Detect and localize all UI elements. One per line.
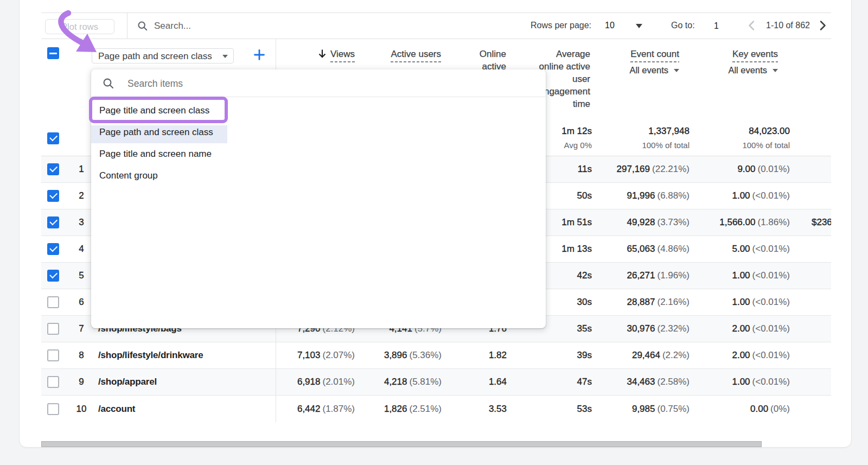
all-events-label: All events — [629, 65, 668, 75]
table-row: 10 /account 6,442(1.87%) 1,826(2.51%) 3.… — [41, 396, 831, 422]
row-checkbox[interactable] — [47, 403, 59, 415]
metric-value: 42s — [577, 270, 592, 281]
dropdown-item-label: Page title and screen name — [99, 149, 212, 159]
key-events-cell: 2.00(<0.01%) — [696, 350, 797, 361]
row-checkbox[interactable] — [47, 163, 59, 175]
metric-value: 47s — [577, 377, 592, 387]
column-header-event-count[interactable]: Event count All events — [599, 39, 696, 125]
event-count-cell: 34,463(2.58%) — [599, 377, 696, 387]
dropdown-item-label: Page path and screen class — [99, 127, 213, 137]
metric-value: 34,463 — [627, 377, 655, 387]
key-events-cell: 1.00(<0.01%) — [696, 297, 797, 308]
metric-value: 3,896 — [384, 350, 407, 360]
annotation-highlight-box — [89, 97, 228, 123]
metric-value: 1,566.00 — [719, 217, 755, 227]
metric-value: $236 — [812, 217, 831, 227]
metric-percent: (<0.01%) — [752, 323, 790, 334]
metric-value: 30s — [577, 297, 592, 307]
key-events-cell: 1.00(<0.01%) — [696, 270, 797, 281]
online-active-cell: 1.82 — [448, 350, 513, 361]
metric-value: 1.00 — [732, 297, 750, 307]
metric-percent: (5.81%) — [409, 377, 442, 387]
search-icon — [103, 78, 114, 92]
metric-percent: (<0.01%) — [752, 350, 790, 360]
rows-per-page-caret-icon[interactable] — [636, 24, 642, 28]
totals-event-count: 1,337,948 — [599, 125, 690, 137]
row-index: 9 — [71, 377, 92, 387]
row-checkbox[interactable] — [47, 216, 59, 228]
metric-percent: (2.32%) — [657, 323, 690, 334]
page-range-label: 1-10 of 862 — [766, 21, 810, 30]
row-index: 4 — [71, 244, 92, 254]
pagination-controls: Rows per page: 10 Go to: 1-10 of 862 — [41, 13, 831, 39]
key-events-cell: 2.00(<0.01%) — [696, 323, 797, 334]
key-events-filter[interactable]: All events — [696, 64, 778, 77]
go-to-input[interactable] — [714, 20, 736, 32]
dropdown-search-row — [91, 69, 546, 97]
metric-percent: (2.51%) — [409, 404, 442, 414]
add-dimension-button[interactable] — [251, 47, 267, 63]
totals-checkbox[interactable] — [47, 132, 59, 144]
metric-value: 9.00 — [737, 164, 755, 174]
event-count-cell: 9,985(0.75%) — [599, 404, 696, 415]
metric-value: 35s — [577, 323, 592, 334]
dimension-selector-label: Page path and screen class — [98, 51, 212, 62]
previous-page-icon[interactable] — [746, 20, 757, 33]
totals-key-events-sub: 100% of total — [696, 139, 790, 151]
metric-percent: (1.96%) — [657, 270, 690, 281]
dropdown-item[interactable]: Page path and screen class — [91, 122, 546, 143]
column-header-key-events[interactable]: Key events All events — [696, 39, 797, 125]
row-checkbox[interactable] — [47, 349, 59, 361]
metric-value: 2.00 — [732, 350, 750, 360]
active-users-column-label: Active users — [391, 48, 441, 62]
metric-value: 3.53 — [489, 404, 507, 414]
rows-per-page-value[interactable]: 10 — [605, 21, 615, 30]
row-checkbox[interactable] — [47, 296, 59, 308]
row-checkbox[interactable] — [47, 270, 59, 282]
metric-value: 1,826 — [384, 404, 407, 414]
sort-descending-icon — [318, 49, 327, 58]
dimension-selector-caret-icon — [222, 55, 228, 58]
metric-value: 26,271 — [627, 270, 655, 281]
event-count-cell: 30,976(2.32%) — [599, 323, 696, 334]
metric-value: 1m 51s — [561, 217, 592, 227]
metric-value: 2.00 — [732, 323, 750, 334]
dropdown-item[interactable]: Content group — [91, 165, 546, 187]
views-cell: 6,442(1.87%) — [276, 404, 361, 415]
row-index: 6 — [71, 297, 92, 308]
metric-percent: (0%) — [770, 404, 790, 414]
metric-value: 7,103 — [297, 350, 321, 360]
metric-value: 30,976 — [627, 323, 655, 334]
metric-value: 6,918 — [297, 377, 321, 387]
metric-percent: (5.36%) — [409, 350, 442, 360]
horizontal-scrollbar-thumb[interactable] — [41, 441, 762, 447]
dropdown-search-input[interactable] — [127, 74, 526, 93]
row-checkbox[interactable] — [47, 376, 59, 388]
metric-percent: (<0.01%) — [752, 190, 790, 201]
dimension-value: /account — [92, 404, 276, 415]
event-count-cell: 91,996(6.88%) — [599, 190, 696, 201]
row-checkbox[interactable] — [47, 190, 59, 202]
metric-percent: (<0.01%) — [752, 377, 790, 387]
row-checkbox[interactable] — [47, 243, 59, 255]
metric-value: 39s — [577, 350, 592, 360]
key-events-cell: 0.00(0%) — [696, 404, 797, 415]
metric-percent: (2.58%) — [657, 377, 690, 387]
metric-value: 5.00 — [732, 244, 750, 254]
metric-percent: (4.86%) — [657, 244, 690, 254]
row-checkbox[interactable] — [47, 323, 59, 335]
metric-value: 4,218 — [384, 377, 407, 387]
dropdown-item[interactable]: Page title and screen name — [91, 143, 546, 165]
next-page-icon[interactable] — [817, 20, 828, 33]
metric-percent: (6.88%) — [657, 190, 690, 201]
rows-per-page-label: Rows per page: — [531, 21, 591, 30]
dimension-selector-button[interactable]: Page path and screen class — [92, 48, 234, 63]
metric-percent: (22.21%) — [652, 164, 690, 174]
metric-value: 1.00 — [732, 270, 750, 281]
metric-percent: (0.01%) — [757, 164, 790, 174]
metric-percent: (0.75%) — [657, 404, 690, 414]
event-count-cell: 65,063(4.86%) — [599, 244, 696, 254]
event-count-filter[interactable]: All events — [599, 64, 679, 77]
metric-value: 6,442 — [297, 404, 321, 414]
key-events-column-label: Key events — [732, 48, 778, 62]
